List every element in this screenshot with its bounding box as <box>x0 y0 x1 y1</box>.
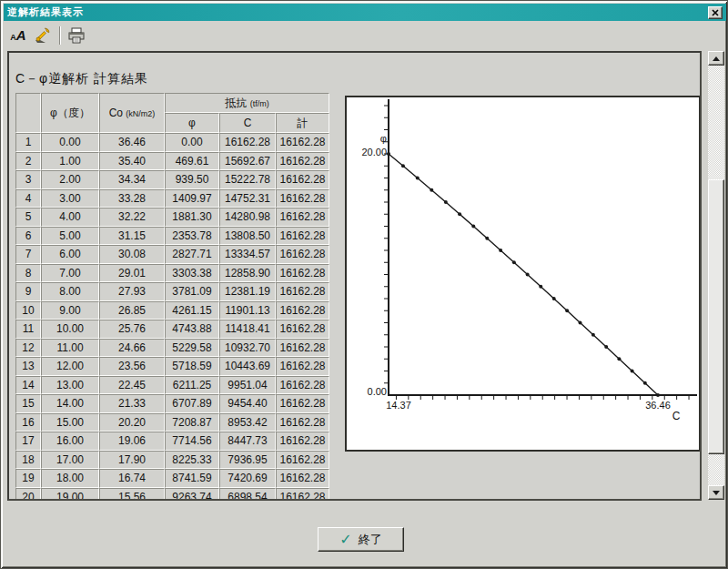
table-cell: 9.00 <box>41 301 99 320</box>
table-cell: 8741.59 <box>165 469 219 488</box>
table-cell: 7.00 <box>41 264 99 283</box>
window-title: 逆解析結果表示 <box>7 5 708 19</box>
table-cell: 19.00 <box>41 488 99 502</box>
x-min-tick-label: 14.37 <box>372 401 425 411</box>
chart-plot <box>347 97 699 450</box>
table-cell: 11901.13 <box>219 301 276 320</box>
table-cell: 14280.98 <box>219 208 276 227</box>
table-cell: 16162.28 <box>219 133 276 152</box>
table-cell: 33.28 <box>99 189 165 208</box>
table-cell: 6898.54 <box>219 488 276 502</box>
results-panel: C－φ逆解析 計算結果 φ（度） Co (kN/m2) 抵抗 (tf/m) <box>7 51 702 501</box>
table-cell: 9263.74 <box>165 488 219 502</box>
table-cell: 13808.50 <box>219 227 276 246</box>
table-cell: 16162.28 <box>276 264 329 283</box>
table-cell: 30.08 <box>99 245 165 264</box>
table-cell: 469.61 <box>165 152 219 171</box>
co-header-label: Co <box>109 107 126 119</box>
table-cell: 11418.41 <box>219 320 276 339</box>
table-cell: 4261.15 <box>165 301 219 320</box>
table-cell: 15.00 <box>41 413 99 432</box>
table-cell: 16162.28 <box>276 376 329 395</box>
table-cell: 19.06 <box>99 432 165 451</box>
table-row: 65.0031.152353.7813808.5016162.28 <box>15 227 329 246</box>
settings-button[interactable] <box>31 25 53 46</box>
table-cell: 31.15 <box>99 227 165 246</box>
footer: ✓ 終了 <box>4 501 726 566</box>
table-cell: 16162.28 <box>276 208 329 227</box>
vertical-scrollbar[interactable] <box>708 51 724 500</box>
table-cell: 12381.19 <box>219 282 276 301</box>
table-cell: 9951.04 <box>219 376 276 395</box>
table-row: 1312.0023.565718.5910443.6916162.28 <box>15 357 329 376</box>
table-cell: 12858.90 <box>219 264 276 283</box>
page-title: C－φ逆解析 計算結果 <box>15 71 148 87</box>
print-button[interactable] <box>66 25 87 46</box>
table-cell: 13.00 <box>41 376 99 395</box>
table-cell: 20.20 <box>99 413 165 432</box>
table-cell: 8.00 <box>41 282 99 301</box>
arrow-down-icon <box>713 491 720 495</box>
table-cell: 21.33 <box>99 394 165 413</box>
table-cell: 7420.69 <box>219 469 276 488</box>
table-cell: 16162.28 <box>276 227 329 246</box>
table-cell: 19 <box>15 469 41 488</box>
exit-button-label: 終了 <box>359 532 382 548</box>
scroll-up-button[interactable] <box>708 51 724 66</box>
font-button[interactable]: AA <box>7 25 29 46</box>
scrollbar-thumb[interactable] <box>708 179 724 454</box>
y-axis-label: φ <box>359 134 387 144</box>
titlebar[interactable]: 逆解析結果表示 <box>4 4 726 21</box>
resistance-header-unit: (tf/m) <box>250 99 269 108</box>
table-cell: 10.00 <box>41 320 99 339</box>
table-cell: 13 <box>15 357 41 376</box>
table-row: 2019.0015.569263.746898.5416162.28 <box>15 488 329 502</box>
table-cell: 17.00 <box>41 451 99 470</box>
table-row: 1615.0020.207208.878953.4216162.28 <box>15 413 329 432</box>
table-cell: 16162.28 <box>276 152 329 171</box>
table-cell: 15692.67 <box>219 152 276 171</box>
table-cell: 6.00 <box>41 245 99 264</box>
table-cell: 29.01 <box>99 264 165 283</box>
table-cell: 32.22 <box>99 208 165 227</box>
exit-button[interactable]: ✓ 終了 <box>318 527 404 552</box>
table-cell: 16162.28 <box>276 320 329 339</box>
table-row: 32.0034.34939.5015222.7816162.28 <box>15 170 329 189</box>
table-cell: 16162.28 <box>276 469 329 488</box>
table-cell: 18.00 <box>41 469 99 488</box>
table-cell: 16162.28 <box>276 357 329 376</box>
table-cell: 16162.28 <box>276 189 329 208</box>
table-cell: 7936.95 <box>219 451 276 470</box>
table-row: 98.0027.933781.0912381.1916162.28 <box>15 282 329 301</box>
table-row: 76.0030.082827.7113334.5716162.28 <box>15 245 329 264</box>
arrow-up-icon <box>713 56 720 61</box>
table-cell: 24.66 <box>99 339 165 358</box>
table-cell: 20 <box>15 488 41 502</box>
table-cell: 6211.25 <box>165 376 219 395</box>
table-row: 10.0036.460.0016162.2816162.28 <box>15 133 329 152</box>
scroll-down-button[interactable] <box>708 485 724 500</box>
table-row: 1110.0025.764743.8811418.4116162.28 <box>15 320 329 339</box>
table-cell: 14 <box>15 376 41 395</box>
col-header-co: Co (kN/m2) <box>99 93 165 133</box>
toolbar-separator <box>59 26 61 45</box>
table-cell: 16 <box>15 413 41 432</box>
table-cell: 8447.73 <box>219 432 276 451</box>
table-cell: 1 <box>15 133 41 152</box>
table-cell: 1881.30 <box>165 208 219 227</box>
table-cell: 16162.28 <box>276 301 329 320</box>
table-cell: 6 <box>15 227 41 246</box>
co-header-unit: (kN/m2) <box>126 109 155 118</box>
table-cell: 16162.28 <box>276 339 329 358</box>
table-cell: 16162.28 <box>276 170 329 189</box>
table-cell: 0.00 <box>41 133 99 152</box>
table-cell: 7 <box>15 245 41 264</box>
table-row: 1514.0021.336707.899454.4016162.28 <box>15 394 329 413</box>
table-cell: 18 <box>15 451 41 470</box>
table-row: 1211.0024.665229.5810932.7016162.28 <box>15 339 329 358</box>
table-cell: 16.00 <box>41 432 99 451</box>
close-button[interactable] <box>708 6 723 19</box>
table-cell: 15222.78 <box>219 170 276 189</box>
table-cell: 8 <box>15 264 41 283</box>
table-cell: 939.50 <box>165 170 219 189</box>
